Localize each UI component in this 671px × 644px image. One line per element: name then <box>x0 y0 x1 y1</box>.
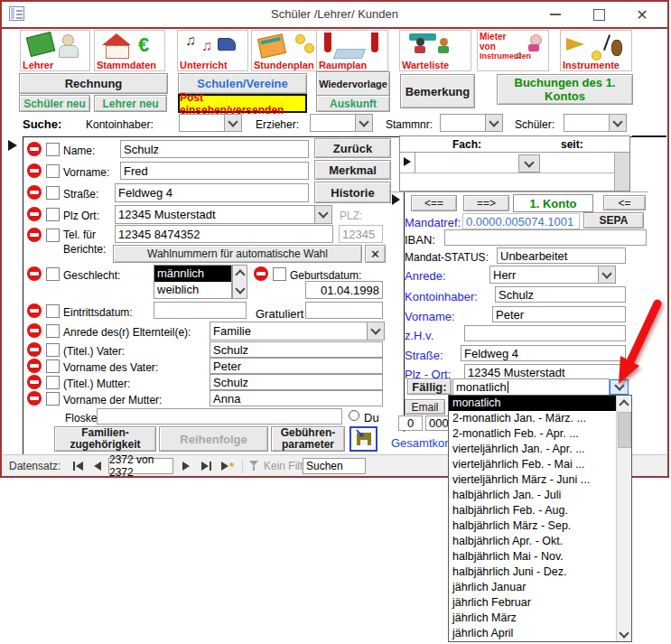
dropdown-option[interactable]: jährlich Januar <box>449 580 617 595</box>
scroll-up-button[interactable] <box>617 396 631 410</box>
wiedervorlage-button[interactable]: Wiedervorlage <box>316 71 390 97</box>
dropdown-option[interactable]: halbjährlich Jan. - Juli <box>449 488 617 503</box>
konto-kontoinhaber-field[interactable]: Schulz <box>495 286 626 303</box>
dropdown-option[interactable]: halbjährlich Juni - Dez. <box>449 565 617 580</box>
checkbox[interactable] <box>273 267 286 281</box>
stammnr-search-combo[interactable] <box>440 114 503 132</box>
faellig-label-button[interactable]: Fällig: <box>407 378 452 395</box>
toolbar-button-lehrer[interactable]: Lehrer <box>20 30 90 71</box>
anrede-eltern-combo[interactable]: Familie <box>210 322 385 341</box>
checkbox[interactable] <box>46 164 60 178</box>
fach-record-selector-icon[interactable] <box>404 157 411 166</box>
checkbox[interactable] <box>46 343 60 357</box>
last-record-button[interactable] <box>197 458 215 474</box>
scroll-up-icon[interactable] <box>235 269 245 279</box>
no-entry-icon[interactable] <box>254 266 268 281</box>
rechnung-button[interactable]: Rechnung <box>19 73 168 94</box>
geschlecht-scrollbar[interactable] <box>232 265 247 299</box>
scroll-down-icon[interactable] <box>235 284 245 294</box>
merkmal-button[interactable]: Merkmal <box>314 160 391 180</box>
no-entry-icon[interactable] <box>27 342 42 357</box>
chevron-down-icon[interactable] <box>224 114 242 132</box>
dropdown-scrollbar[interactable] <box>616 396 631 641</box>
search-records-input[interactable]: Suchen <box>303 458 366 474</box>
dropdown-option[interactable]: halbjährlich Feb. - Aug. <box>449 503 617 518</box>
konto-vorname-field[interactable]: Peter <box>492 306 626 322</box>
geschlecht-option-selected[interactable]: männlich <box>154 266 231 282</box>
first-record-button[interactable] <box>69 458 87 474</box>
dropdown-option[interactable]: jährlich Februar <box>449 595 617 611</box>
chevron-down-icon[interactable] <box>609 114 627 132</box>
dropdown-option[interactable]: jährlich April <box>449 626 617 641</box>
no-entry-icon[interactable] <box>27 323 42 338</box>
mandatstatus-field[interactable]: Unbearbeitet <box>497 247 626 264</box>
toolbar-button-stundenplan[interactable]: Stundenplan <box>251 30 322 71</box>
bemerkung-button[interactable]: Bemerkung <box>400 74 475 108</box>
eintrittsdatum-field[interactable] <box>154 302 247 319</box>
chevron-down-icon[interactable] <box>314 205 332 224</box>
no-entry-icon[interactable] <box>27 228 42 242</box>
floskel-field[interactable] <box>97 408 342 425</box>
du-radio[interactable] <box>349 410 359 421</box>
checkbox[interactable] <box>46 186 60 200</box>
geschlecht-option[interactable]: weiblich <box>154 282 231 298</box>
konto-strasse-field[interactable]: Feldweg 4 <box>461 345 626 361</box>
checkbox[interactable] <box>46 376 60 389</box>
dropdown-option[interactable]: vierteljährlich Jan. - Apr. ... <box>449 442 617 457</box>
dropdown-option-selected[interactable]: monatlich <box>449 396 617 411</box>
checkbox[interactable] <box>46 304 60 318</box>
num-small-field[interactable]: 0 <box>398 415 423 431</box>
chevron-down-icon[interactable] <box>355 114 373 132</box>
previous-record-button[interactable] <box>89 458 107 474</box>
checkbox[interactable] <box>46 392 60 406</box>
chevron-down-icon[interactable] <box>367 322 385 341</box>
minimize-button[interactable] <box>542 4 569 25</box>
lehrer-neu-button[interactable]: Lehrer neu <box>94 95 167 112</box>
tel-field[interactable]: 12345 8474352 <box>115 225 333 243</box>
dropdown-option[interactable]: 2-monatlich Jan. - März. ... <box>449 411 617 426</box>
save-button[interactable]: ↘ <box>349 426 377 452</box>
scrollbar-thumb[interactable] <box>618 412 631 448</box>
email-button[interactable]: Email <box>405 399 445 415</box>
post-einsehen-button[interactable]: Post einsehen/versenden <box>178 94 307 113</box>
checkbox[interactable] <box>46 229 60 242</box>
dropdown-option[interactable]: vierteljährlich Feb. - Mai ... <box>449 457 617 472</box>
historie-button[interactable]: Historie <box>314 182 391 203</box>
no-entry-icon[interactable] <box>27 163 42 178</box>
buchungen-button[interactable]: Buchungen des 1. Kontos <box>497 74 633 105</box>
gratuliert-field[interactable] <box>305 302 383 319</box>
mutter-vorname-field[interactable]: Anna <box>210 390 383 406</box>
faellig-combo-field[interactable]: monatlich <box>452 378 610 396</box>
checkbox[interactable] <box>46 267 60 281</box>
dropdown-option[interactable]: halbjährlich März - Sep. <box>449 518 617 534</box>
dropdown-option[interactable]: vierteljährlich März - Juni ... <box>449 472 617 488</box>
konto-prev-button[interactable]: <== <box>411 195 457 211</box>
zurueck-button[interactable]: Zurück <box>314 138 391 158</box>
scroll-down-button[interactable] <box>617 627 631 641</box>
sepa-button[interactable]: SEPA <box>583 212 644 229</box>
geburtsdatum-field[interactable]: 01.04.1998 <box>305 281 383 299</box>
mutter-titel-field[interactable]: Schulz <box>210 374 383 390</box>
konto-back-button[interactable]: <= <box>603 195 646 210</box>
erzieher-search-combo[interactable] <box>310 114 373 132</box>
strasse-field[interactable]: Feldweg 4 <box>115 183 309 202</box>
checkbox[interactable] <box>46 143 60 156</box>
no-entry-icon[interactable] <box>27 185 42 200</box>
mandatref-field[interactable]: 0.0000.005074.1001 <box>462 213 580 229</box>
no-entry-icon[interactable] <box>27 142 42 156</box>
dropdown-option[interactable]: halbjährlich Apr. - Okt. <box>449 534 617 549</box>
no-entry-icon[interactable] <box>27 359 42 373</box>
record-position-box[interactable]: 2372 von 2372 <box>108 458 173 474</box>
kontoinhaber-search-combo[interactable] <box>179 114 242 132</box>
wahlnummern-close-button[interactable]: ✕ <box>365 245 386 263</box>
auskunft-button[interactable]: Auskunft <box>316 95 390 112</box>
schueler-search-combo[interactable] <box>564 114 627 132</box>
no-entry-icon[interactable] <box>27 375 42 389</box>
plzort-combo[interactable]: 12345 Musterstadt <box>115 205 332 224</box>
gebuehrenparameter-button[interactable]: Gebühren-parameter <box>271 426 345 452</box>
vater-vorname-field[interactable]: Peter <box>210 358 383 374</box>
toolbar-button-mieter-von-instrumenten[interactable]: Mieter von Instrumenten ♫ <box>477 30 549 71</box>
wahlnummern-button[interactable]: Wahlnummern für automatische Wahl <box>113 245 362 263</box>
chevron-down-icon[interactable] <box>485 114 503 132</box>
no-entry-icon[interactable] <box>27 303 42 318</box>
